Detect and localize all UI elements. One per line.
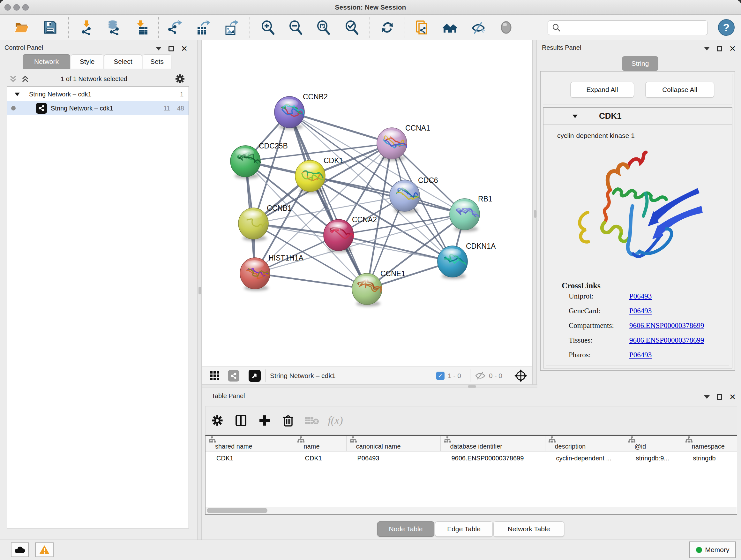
tab-sets[interactable]: Sets xyxy=(143,54,172,69)
hidden-eye-icon[interactable] xyxy=(475,371,486,381)
zoom-fit-button[interactable] xyxy=(315,19,332,36)
float-panel-icon[interactable] xyxy=(704,395,710,399)
import-network-from-database-button[interactable] xyxy=(105,19,122,36)
open-folder-icon xyxy=(14,20,29,35)
clone-network-button[interactable] xyxy=(414,19,430,36)
export-table-button[interactable] xyxy=(195,19,212,36)
right-splitter[interactable] xyxy=(532,40,537,388)
maximize-panel-icon[interactable] xyxy=(717,394,722,400)
apply-layout-button[interactable] xyxy=(379,19,396,36)
column-header[interactable]: @id xyxy=(625,436,682,451)
tab-network-table[interactable]: Network Table xyxy=(493,521,564,537)
export-network-button[interactable] xyxy=(166,19,183,36)
tab-node-table[interactable]: Node Table xyxy=(377,521,434,537)
close-panel-icon[interactable]: ✕ xyxy=(729,45,736,52)
selection-status-text: 1 of 1 Network selected xyxy=(61,75,127,83)
network-graph[interactable]: CCNB2CCNA1CDC25BCDK1CDC6RB1CCNB1CCNA2CDK… xyxy=(202,40,532,367)
hierarchy-icon xyxy=(209,436,216,443)
pan-crosshair-icon[interactable] xyxy=(514,369,528,383)
help-question-mark: ? xyxy=(723,21,730,34)
memory-button[interactable]: Memory xyxy=(689,542,736,558)
maximize-panel-icon[interactable] xyxy=(169,46,174,51)
hide-unhide-button[interactable] xyxy=(470,19,487,36)
maximize-panel-icon[interactable] xyxy=(717,46,722,51)
tab-network[interactable]: Network xyxy=(23,54,70,69)
scrollbar-thumb[interactable] xyxy=(207,508,267,513)
network-canvas[interactable]: CCNB2CCNA1CDC25BCDK1CDC6RB1CCNB1CCNA2CDK… xyxy=(202,40,532,367)
delete-column-button[interactable] xyxy=(276,411,300,430)
crosslink-link[interactable]: P06493 xyxy=(629,351,652,359)
warning-status-button[interactable] xyxy=(35,543,54,557)
collection-label: String Network – cdk1 xyxy=(29,91,91,98)
tab-edge-table[interactable]: Edge Table xyxy=(435,521,493,537)
expand-all-chevrons-icon[interactable] xyxy=(9,75,17,83)
zoom-selected-icon xyxy=(344,20,360,35)
export-network-icon xyxy=(167,20,183,35)
zoom-out-button[interactable] xyxy=(287,19,304,36)
open-session-button[interactable] xyxy=(13,19,30,36)
column-header[interactable]: name xyxy=(294,436,346,451)
add-column-button[interactable] xyxy=(253,411,276,430)
divider xyxy=(265,369,266,382)
horizontal-scrollbar[interactable] xyxy=(205,507,737,514)
left-splitter-handle[interactable] xyxy=(199,287,201,294)
network-row-selected[interactable]: String Network – cdk1 11 48 xyxy=(7,101,189,115)
export-image-button[interactable] xyxy=(223,19,239,36)
column-header[interactable]: description xyxy=(545,436,625,451)
crosslink-link[interactable]: 9606.ENSP00000378699 xyxy=(629,321,704,330)
save-floppy-icon xyxy=(43,20,58,35)
table-settings-button[interactable] xyxy=(205,411,229,430)
table-panel-title: Table Panel xyxy=(212,392,245,400)
import-table-button[interactable] xyxy=(133,19,150,36)
column-header[interactable]: namespace xyxy=(682,436,737,451)
gene-section-header[interactable]: CDK1 xyxy=(543,108,732,125)
table-panel-controls: ✕ xyxy=(704,394,736,400)
network-edge-HIST1H1A-CCNE1[interactable] xyxy=(255,273,367,289)
table-row[interactable]: CDK1 CDK1 P06493 9606.ENSP00000378699 cy… xyxy=(205,451,737,465)
column-header[interactable]: database identifier xyxy=(441,436,545,451)
toolbar-search[interactable] xyxy=(548,20,708,35)
node-table[interactable]: shared name name canonical name database… xyxy=(205,435,737,515)
section-expander-icon[interactable] xyxy=(572,114,578,118)
expand-all-button[interactable]: Expand All xyxy=(570,82,634,98)
collapse-all-button[interactable]: Collapse All xyxy=(645,82,714,98)
network-edge-CCNB2-CCNA1[interactable] xyxy=(289,112,392,143)
column-header[interactable]: shared name xyxy=(205,436,294,451)
crosslink-link[interactable]: P06493 xyxy=(629,292,652,300)
float-panel-icon[interactable] xyxy=(704,47,710,51)
network-edge-CCNB2-CCNE1[interactable] xyxy=(289,112,367,289)
zoom-selected-button[interactable] xyxy=(344,19,360,36)
network-collection-row[interactable]: String Network – cdk1 1 xyxy=(7,87,189,101)
float-panel-icon[interactable] xyxy=(156,47,161,51)
tree-expander-icon[interactable] xyxy=(14,92,20,97)
save-session-button[interactable] xyxy=(42,19,58,36)
left-splitter[interactable] xyxy=(197,40,202,540)
tab-select[interactable]: Select xyxy=(104,54,142,69)
column-header[interactable]: canonical name xyxy=(346,436,441,451)
grid-view-icon[interactable] xyxy=(210,371,219,381)
right-splitter-handle[interactable] xyxy=(534,210,536,218)
gene-description: cyclin-dependent kinase 1 xyxy=(557,132,635,139)
crosslink-link[interactable]: 9606.ENSP00000378699 xyxy=(629,336,704,345)
crosslink-link[interactable]: P06493 xyxy=(629,307,652,315)
preview-button[interactable] xyxy=(498,19,515,36)
selected-indicator-checkbox[interactable]: ✓ xyxy=(436,372,445,380)
close-panel-icon[interactable]: ✕ xyxy=(181,45,188,52)
collapse-all-chevrons-icon[interactable] xyxy=(21,75,29,83)
import-network-button[interactable] xyxy=(78,19,95,36)
network-tree: String Network – cdk1 1 String Network –… xyxy=(7,86,189,528)
horizontal-splitter-handle[interactable] xyxy=(468,385,476,388)
show-all-networks-button[interactable] xyxy=(442,19,459,36)
zoom-in-button[interactable] xyxy=(260,19,276,36)
tab-style[interactable]: Style xyxy=(71,54,104,69)
tab-string[interactable]: String xyxy=(622,56,658,71)
show-columns-button[interactable] xyxy=(229,411,253,430)
gear-icon[interactable] xyxy=(175,74,185,84)
network-icon-button[interactable] xyxy=(228,370,239,381)
cloud-status-button[interactable] xyxy=(11,543,29,557)
help-button[interactable]: ? xyxy=(718,19,735,36)
node-label-CDK1: CDK1 xyxy=(324,157,343,165)
search-input[interactable] xyxy=(564,21,708,34)
overview-toggle-button[interactable] xyxy=(249,370,261,382)
close-panel-icon[interactable]: ✕ xyxy=(729,394,736,400)
